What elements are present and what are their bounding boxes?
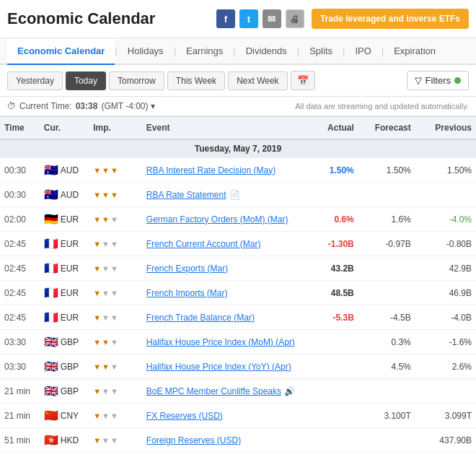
row-importance: ▼▼▼ [89,281,142,305]
row-currency: 🇦🇺AUD [40,158,89,183]
bull-icon: ▼ [110,289,118,297]
row-previous [415,183,476,207]
tab-earnings[interactable]: Earnings [176,38,233,65]
email-icon[interactable]: ✉ [263,9,281,28]
yesterday-button[interactable]: Yesterday [7,71,63,90]
currency-label: AUD [61,165,79,175]
currency-label: GBP [61,362,79,372]
event-link[interactable]: French Current Account (Mar) [146,239,261,249]
this-week-button[interactable]: This Week [167,71,225,90]
row-time: 21 min [0,404,40,428]
currency-label: HKD [61,435,79,445]
bull-icon: ▼ [102,166,110,175]
event-link[interactable]: RBA Interest Rate Decision (May) [146,165,276,175]
event-link[interactable]: French Trade Balance (Mar) [146,313,255,323]
event-link[interactable]: French Imports (Mar) [146,288,228,298]
bull-icon: ▼ [110,362,118,371]
calendar-icon-button[interactable]: 📅 [291,71,315,90]
event-link[interactable]: Halifax House Price Index (YoY) (Apr) [146,362,291,372]
currency-label: EUR [61,264,79,274]
bull-icon: ▼ [93,436,101,445]
row-time: 02:45 [0,232,40,256]
bull-icon: ▼ [110,166,118,175]
tab-holidays[interactable]: Holidays [118,38,174,65]
row-previous: 2.6% [415,354,476,379]
current-time-label: Current Time: [19,101,72,111]
event-link[interactable]: RBA Rate Statement [146,190,226,200]
tomorrow-button[interactable]: Tomorrow [109,71,164,90]
table-row: 02:45🇫🇷EUR▼▼▼French Imports (Mar)48.5B46… [0,281,476,305]
table-row: 03:30🇬🇧GBP▼▼▼Halifax House Price Index (… [0,330,476,354]
table-row: 51 min🇭🇰HKD▼▼▼Foreign Reserves (USD)437.… [0,428,476,453]
row-time: 03:30 [0,354,40,379]
event-link[interactable]: BoE MPC Member Cunliffe Speaks [146,386,281,396]
row-importance: ▼▼▼ [89,354,142,379]
header-imp: Imp. [89,117,142,140]
row-time: 02:00 [0,207,40,232]
row-currency: 🇫🇷EUR [40,281,89,305]
currency-label: EUR [61,239,79,249]
bull-icon: ▼ [110,313,118,322]
bull-icon: ▼ [102,387,110,396]
bull-icon: ▼ [110,436,118,445]
bull-icon: ▼ [93,313,101,322]
row-event: RBA Interest Rate Decision (May) [142,158,309,183]
tab-splits[interactable]: Splits [299,38,343,65]
row-importance: ▼▼▼ [89,404,142,428]
bull-icon: ▼ [102,289,110,297]
filters-button[interactable]: ▽ Filters [407,71,469,90]
row-importance: ▼▼▼ [89,379,142,404]
today-button[interactable]: Today [66,71,106,90]
event-link[interactable]: French Exports (Mar) [146,264,228,274]
tab-economic-calendar[interactable]: Economic Calendar [7,38,115,65]
row-forecast [358,183,415,207]
bull-icon: ▼ [102,191,110,199]
next-week-button[interactable]: Next Week [228,71,287,90]
tab-expiration[interactable]: Expiration [384,38,446,65]
table-row: 02:45🇫🇷EUR▼▼▼French Trade Balance (Mar)-… [0,305,476,330]
facebook-icon[interactable]: f [216,9,235,28]
bull-icon: ▼ [102,264,110,273]
row-forecast: 3.100T [358,404,415,428]
row-time: 00:30 [0,158,40,183]
table-row: 03:30🇬🇧GBP▼▼▼Halifax House Price Index (… [0,354,476,379]
table-row: 02:45🇫🇷EUR▼▼▼French Current Account (Mar… [0,232,476,256]
timezone-dropdown-icon[interactable]: ▾ [151,101,155,111]
filters-label: Filters [426,75,451,86]
row-currency: 🇬🇧GBP [40,354,89,379]
time-left: ⏱ Current Time: 03:38 (GMT -4:00) ▾ [7,101,155,111]
table-header-row: Time Cur. Imp. Event Actual Forecast Pre… [0,117,476,140]
row-currency: 🇩🇪EUR [40,207,89,232]
event-link[interactable]: Foreign Reserves (USD) [146,435,241,445]
etf-button[interactable]: Trade leveraged and inverse ETFs [312,9,469,29]
row-forecast: 1.6% [358,207,415,232]
row-time: 21 min [0,379,40,404]
twitter-icon[interactable]: t [239,9,258,28]
row-currency: 🇦🇺AUD [40,183,89,207]
currency-label: EUR [61,288,79,298]
print-icon[interactable]: 🖨 [286,9,304,28]
row-forecast: -0.97B [358,232,415,256]
bull-icon: ▼ [93,215,101,224]
row-event: RBA Rate Statement📄 [142,183,309,207]
table-row: 21 min🇨🇳CNY▼▼▼FX Reserves (USD)3.100T3.0… [0,404,476,428]
event-link[interactable]: FX Reserves (USD) [146,411,223,421]
row-importance: ▼▼▼ [89,428,142,453]
row-actual [309,330,358,354]
currency-label: GBP [61,337,79,347]
row-time: 02:45 [0,256,40,281]
header-time: Time [0,117,40,140]
row-importance: ▼▼▼ [89,305,142,330]
tab-ipo[interactable]: IPO [345,38,381,65]
row-previous: -4.0% [415,207,476,232]
row-event: French Current Account (Mar) [142,232,309,256]
table-row: 21 min🇬🇧GBP▼▼▼BoE MPC Member Cunliffe Sp… [0,379,476,404]
currency-label: CNY [61,411,79,421]
row-actual: 0.6% [309,207,358,232]
row-actual [309,379,358,404]
event-link[interactable]: German Factory Orders (MoM) (Mar) [146,214,288,225]
bull-icon: ▼ [93,362,101,371]
tab-dividends[interactable]: Dividends [236,38,297,65]
row-forecast [358,281,415,305]
event-link[interactable]: Halifax House Price Index (MoM) (Apr) [146,337,295,347]
